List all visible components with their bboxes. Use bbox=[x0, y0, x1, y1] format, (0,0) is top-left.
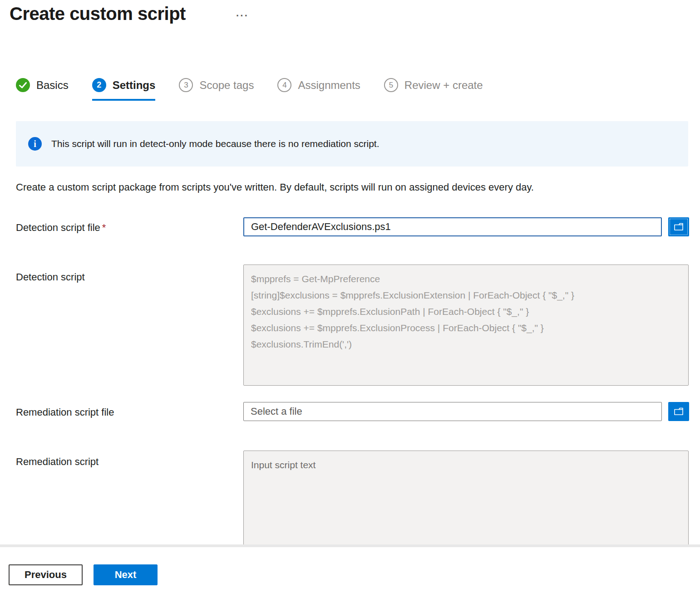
footer-buttons: Previous Next bbox=[9, 564, 158, 585]
detection-file-browse-button[interactable] bbox=[668, 217, 689, 236]
remediation-script-file-input[interactable] bbox=[243, 402, 662, 421]
page-description: Create a custom script package from scri… bbox=[16, 181, 534, 193]
step-basics[interactable]: Basics bbox=[16, 78, 69, 101]
required-asterisk: * bbox=[102, 222, 106, 233]
wizard-footer: Previous Next bbox=[0, 544, 700, 593]
check-icon bbox=[16, 78, 30, 92]
detection-script-label: Detection script bbox=[16, 271, 85, 283]
remediation-script-file-label: Remediation script file bbox=[16, 407, 114, 418]
detection-script-textarea[interactable]: $mpprefs = Get-MpPreference [string]$exc… bbox=[243, 265, 689, 386]
footer-divider bbox=[0, 544, 700, 547]
more-menu-button[interactable]: ··· bbox=[232, 8, 252, 24]
step-5-badge: 5 bbox=[384, 78, 398, 92]
wizard-steps: Basics 2 Settings 3 Scope tags 4 Assignm… bbox=[16, 78, 483, 101]
step-review-create[interactable]: 5 Review + create bbox=[384, 78, 483, 101]
detection-script-file-row bbox=[243, 217, 689, 236]
step-2-badge: 2 bbox=[92, 78, 106, 92]
remediation-script-file-row bbox=[243, 402, 689, 421]
detection-script-file-label: Detection script file* bbox=[16, 222, 106, 234]
detection-script-file-label-text: Detection script file bbox=[16, 222, 100, 233]
create-custom-script-page: Create custom script ··· Basics 2 Settin… bbox=[0, 0, 700, 593]
step-review-create-label: Review + create bbox=[404, 79, 483, 92]
step-assignments[interactable]: 4 Assignments bbox=[277, 78, 360, 101]
step-settings-label: Settings bbox=[113, 79, 156, 92]
step-scope-tags[interactable]: 3 Scope tags bbox=[179, 78, 254, 101]
folder-icon bbox=[673, 407, 684, 417]
step-settings[interactable]: 2 Settings bbox=[92, 78, 156, 101]
info-banner-text: This script will run in detect-only mode… bbox=[51, 138, 380, 149]
detection-script-file-input[interactable] bbox=[243, 217, 662, 236]
step-assignments-label: Assignments bbox=[298, 79, 360, 92]
step-basics-label: Basics bbox=[36, 79, 69, 92]
remediation-script-textarea[interactable] bbox=[243, 451, 689, 555]
step-scope-tags-label: Scope tags bbox=[199, 79, 254, 92]
info-icon: i bbox=[28, 137, 42, 151]
remediation-script-label: Remediation script bbox=[16, 456, 99, 468]
step-3-badge: 3 bbox=[179, 78, 193, 92]
page-title: Create custom script bbox=[10, 4, 186, 24]
step-4-badge: 4 bbox=[277, 78, 291, 92]
info-banner: i This script will run in detect-only mo… bbox=[16, 121, 688, 167]
next-button[interactable]: Next bbox=[94, 564, 158, 585]
remediation-file-browse-button[interactable] bbox=[668, 402, 689, 421]
folder-icon bbox=[673, 222, 684, 232]
previous-button[interactable]: Previous bbox=[9, 564, 83, 585]
